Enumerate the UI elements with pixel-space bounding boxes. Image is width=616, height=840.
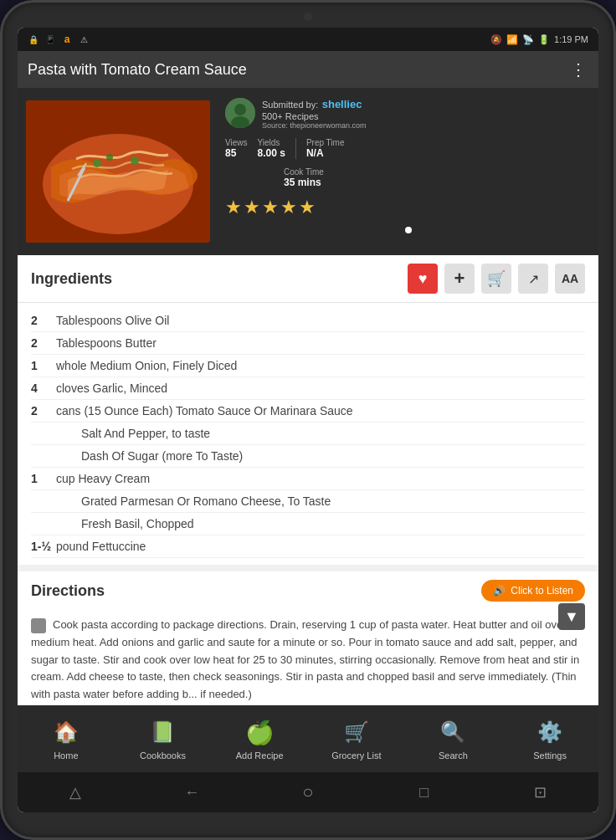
cook-stat: Cook Time 35 mins xyxy=(225,167,334,188)
yields-stat: Yields 8.00 s xyxy=(258,138,295,159)
status-icons-right: 🔕 📶 📡 🔋 1:19 PM xyxy=(490,34,588,45)
cookbooks-icon: 📗 xyxy=(147,717,177,747)
directions-content: Cook pasta according to package directio… xyxy=(18,610,598,705)
more-options-button[interactable]: ⋮ xyxy=(570,59,588,79)
listen-label: Click to Listen xyxy=(511,585,573,597)
ingredient-item: Grated Parmesan Or Romano Cheese, To Tas… xyxy=(31,490,585,513)
signal-icon: 📡 xyxy=(522,34,534,45)
speaker-icon: 🔊 xyxy=(493,585,506,597)
source-url: Source: thepioneerwoman.com xyxy=(262,121,367,130)
ingredient-item: 2 Tablespoons Butter xyxy=(31,332,585,355)
prep-stat: Prep Time N/A xyxy=(306,138,355,159)
status-icons-left: 🔒 📱 a ⚠ xyxy=(28,33,90,45)
nav-home-button[interactable]: ← xyxy=(179,780,204,805)
share-button[interactable]: ↗ xyxy=(518,264,548,294)
nav-item-home[interactable]: 🏠 Home xyxy=(33,717,100,761)
home-label: Home xyxy=(54,750,78,761)
directions-text: Cook pasta according to package directio… xyxy=(31,617,585,704)
alert-icon: ⚠ xyxy=(78,33,90,45)
clock: 1:19 PM xyxy=(554,34,588,44)
star-4: ★ xyxy=(280,197,297,218)
svg-point-8 xyxy=(234,104,246,115)
action-buttons: ♥ + 🛒 ↗ AA xyxy=(408,264,585,294)
nav-item-settings[interactable]: ⚙️ Settings xyxy=(516,717,583,761)
add-recipe-icon: 🍏 xyxy=(244,717,275,747)
font-icon: AA xyxy=(562,272,578,285)
author-name[interactable]: shelliec xyxy=(322,98,362,110)
nav-screenshot-button[interactable]: ⊡ xyxy=(528,780,553,805)
nav-item-grocery[interactable]: 🛒 Grocery List xyxy=(323,717,390,761)
ingredient-item: 1-½ pound Fettuccine xyxy=(31,535,585,558)
hero-section: Submitted by: shelliec 500+ Recipes Sour… xyxy=(18,88,598,255)
battery-icon: 🔋 xyxy=(538,34,550,45)
add-recipe-label: Add Recipe xyxy=(236,750,284,761)
amazon-icon: a xyxy=(61,33,73,45)
ingredients-list: 2 Tablespoons Olive Oil 2 Tablespoons Bu… xyxy=(18,303,598,565)
settings-icon: ⚙️ xyxy=(535,717,565,747)
ingredient-item: 2 Tablespoons Olive Oil xyxy=(31,310,585,332)
stat-divider xyxy=(295,138,296,159)
listen-button[interactable]: 🔊 Click to Listen xyxy=(481,580,585,602)
add-button[interactable]: + xyxy=(444,264,475,294)
nav-circle-button[interactable]: ○ xyxy=(295,780,321,805)
nav-item-search[interactable]: 🔍 Search xyxy=(419,717,486,761)
add-icon: + xyxy=(454,268,465,289)
system-nav: △ ← ○ □ ⊡ xyxy=(18,772,598,812)
nav-item-add-recipe[interactable]: 🍏 Add Recipe xyxy=(226,717,293,761)
settings-label: Settings xyxy=(533,750,567,761)
search-label: Search xyxy=(439,750,468,761)
nav-multitask-button[interactable]: □ xyxy=(412,780,437,805)
ingredient-item: Salt And Pepper, to taste xyxy=(31,423,585,445)
ingredients-header: Ingredients ♥ + 🛒 ↗ AA xyxy=(18,255,598,303)
star-1: ★ xyxy=(225,197,242,218)
star-2: ★ xyxy=(244,197,260,218)
ingredient-item: Dash Of Sugar (more To Taste) xyxy=(31,445,585,468)
svg-point-2 xyxy=(93,159,101,167)
heart-icon: ♥ xyxy=(418,270,428,288)
views-stat: Views 85 xyxy=(225,138,258,159)
font-size-button[interactable]: AA xyxy=(555,264,585,294)
directions-title: Directions xyxy=(31,582,105,600)
home-icon: 🏠 xyxy=(51,717,81,747)
directions-header: Directions 🔊 Click to Listen xyxy=(18,565,598,610)
page-indicator xyxy=(225,223,592,237)
avatar xyxy=(225,98,255,128)
favorite-button[interactable]: ♥ xyxy=(408,264,438,294)
status-bar: 🔒 📱 a ⚠ 🔕 📶 📡 🔋 1:19 PM xyxy=(18,28,598,51)
recipes-count: 500+ Recipes xyxy=(262,111,367,121)
submitted-row: Submitted by: shelliec 500+ Recipes Sour… xyxy=(225,96,592,130)
svg-point-3 xyxy=(106,154,113,161)
submitted-label: Submitted by: shelliec xyxy=(262,96,367,111)
lock-icon: 🔒 xyxy=(28,33,39,45)
cook-stat-row: Cook Time 35 mins xyxy=(225,167,592,188)
app-title: Pasta with Tomato Cream Sauce xyxy=(28,61,247,79)
scroll-down-button[interactable]: ▼ xyxy=(558,603,585,630)
nav-back-button[interactable]: △ xyxy=(63,780,88,805)
stats-row: Views 85 Yields 8.00 s Prep Time N/A xyxy=(225,138,592,159)
recipe-image xyxy=(26,100,210,243)
page-dot xyxy=(405,227,412,233)
app-bar: Pasta with Tomato Cream Sauce ⋮ xyxy=(18,51,598,88)
ingredient-item: Fresh Basil, Chopped xyxy=(31,513,585,535)
mute-icon: 🔕 xyxy=(490,34,502,45)
author-info: Submitted by: shelliec 500+ Recipes Sour… xyxy=(262,96,367,130)
svg-point-4 xyxy=(131,156,139,165)
hero-info: Submitted by: shelliec 500+ Recipes Sour… xyxy=(218,88,598,255)
star-5: ★ xyxy=(299,197,316,218)
ingredient-item: 2 cans (15 Ounce Each) Tomato Sauce Or M… xyxy=(31,400,585,423)
search-icon: 🔍 xyxy=(438,717,468,747)
ingredient-item: 1 whole Medium Onion, Finely Diced xyxy=(31,355,585,377)
cart-button[interactable]: 🛒 xyxy=(481,264,511,294)
bottom-nav: 🏠 Home 📗 Cookbooks 🍏 Add Recipe 🛒 Grocer… xyxy=(18,705,598,772)
cart-icon: 🛒 xyxy=(487,269,506,288)
rating-stars[interactable]: ★ ★ ★ ★ ★ xyxy=(225,197,592,218)
ingredient-item: 1 cup Heavy Cream xyxy=(31,468,585,490)
main-content: Submitted by: shelliec 500+ Recipes Sour… xyxy=(18,88,598,705)
text-indicator xyxy=(31,618,46,633)
nav-item-cookbooks[interactable]: 📗 Cookbooks xyxy=(129,717,196,761)
grocery-label: Grocery List xyxy=(331,750,381,761)
screen-icon: 📱 xyxy=(44,33,56,45)
star-3: ★ xyxy=(262,197,279,218)
grocery-icon: 🛒 xyxy=(341,717,372,747)
cookbooks-label: Cookbooks xyxy=(140,750,186,761)
